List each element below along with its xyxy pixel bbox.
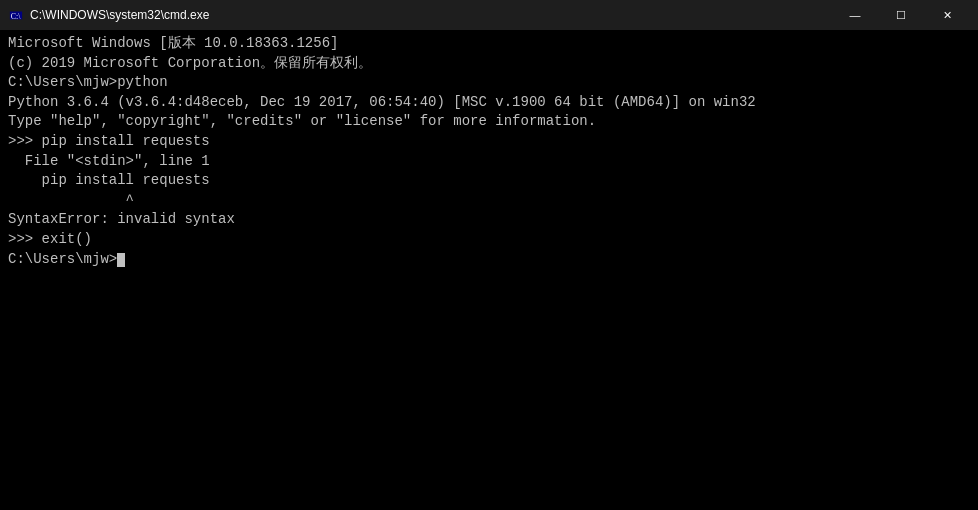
minimize-button[interactable]: —: [832, 0, 878, 30]
terminal-window[interactable]: Microsoft Windows [版本 10.0.18363.1256](c…: [0, 30, 978, 510]
svg-text:C:\: C:\: [11, 12, 21, 21]
terminal-line: C:\Users\mjw>python: [8, 73, 970, 93]
terminal-line: Microsoft Windows [版本 10.0.18363.1256]: [8, 34, 970, 54]
terminal-line: SyntaxError: invalid syntax: [8, 210, 970, 230]
terminal-output: Microsoft Windows [版本 10.0.18363.1256](c…: [8, 34, 970, 269]
terminal-line: Type "help", "copyright", "credits" or "…: [8, 112, 970, 132]
terminal-line: File "<stdin>", line 1: [8, 152, 970, 172]
close-button[interactable]: ✕: [924, 0, 970, 30]
terminal-line: >>> exit(): [8, 230, 970, 250]
terminal-line: C:\Users\mjw>: [8, 250, 970, 270]
terminal-line: Python 3.6.4 (v3.6.4:d48eceb, Dec 19 201…: [8, 93, 970, 113]
title-bar: C:\ C:\WINDOWS\system32\cmd.exe — ☐ ✕: [0, 0, 978, 30]
cmd-icon: C:\: [8, 7, 24, 23]
terminal-line: (c) 2019 Microsoft Corporation。保留所有权利。: [8, 54, 970, 74]
maximize-button[interactable]: ☐: [878, 0, 924, 30]
terminal-line: >>> pip install requests: [8, 132, 970, 152]
terminal-line: ^: [8, 191, 970, 211]
terminal-line: pip install requests: [8, 171, 970, 191]
terminal-cursor: [117, 253, 125, 267]
window-controls: — ☐ ✕: [832, 0, 970, 30]
window-title: C:\WINDOWS\system32\cmd.exe: [30, 8, 832, 22]
